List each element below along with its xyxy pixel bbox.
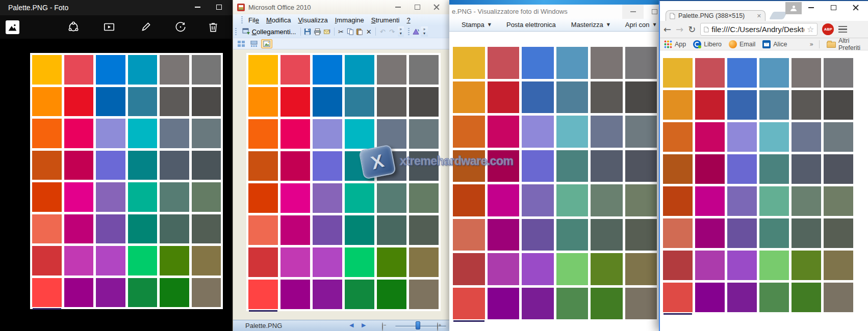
- bookmark-alice[interactable]: Alice: [762, 40, 787, 48]
- color-swatch: [453, 81, 485, 114]
- color-swatch: [522, 116, 554, 148]
- color-swatch: [313, 151, 342, 181]
- menu-help[interactable]: ?: [403, 15, 414, 25]
- reload-button[interactable]: ↻: [688, 24, 696, 35]
- color-swatch: [280, 183, 310, 213]
- redo-button[interactable]: ↷: [388, 27, 395, 36]
- color-swatch: [759, 58, 789, 88]
- browser-tab[interactable]: Palette.PNG (388×515) ✕: [666, 10, 765, 21]
- next-picture-button[interactable]: ▶: [362, 322, 366, 328]
- color-swatch: [345, 215, 374, 245]
- bookmark-email[interactable]: Email: [729, 40, 755, 48]
- delete-button[interactable]: ✕: [365, 27, 372, 36]
- color-swatch: [409, 119, 439, 149]
- bookmark-libero[interactable]: Libero: [693, 40, 722, 48]
- previous-picture-button[interactable]: ◀: [349, 322, 353, 328]
- toolbar-item-apri-con[interactable]: Apri con▼: [625, 21, 656, 29]
- maximize-button[interactable]: [822, 1, 845, 14]
- color-swatch: [32, 151, 62, 180]
- toolbar-item-masterizza[interactable]: Masterizza▼: [571, 21, 610, 29]
- forward-button[interactable]: →: [676, 24, 683, 35]
- mail-attach-button[interactable]: [323, 27, 331, 36]
- slideshow-button[interactable]: [102, 20, 116, 34]
- adblock-plus-icon[interactable]: ABP: [822, 23, 834, 35]
- window-photo-viewer: e.PNG - Visualizzatore foto di Windows S…: [449, 0, 659, 331]
- toolbar-item-stampa[interactable]: Stampa▼: [462, 21, 491, 29]
- color-swatch: [727, 122, 757, 152]
- color-swatch: [377, 87, 406, 117]
- delete-button[interactable]: [206, 20, 220, 34]
- save-button[interactable]: [304, 27, 311, 36]
- color-swatch: [313, 55, 342, 85]
- new-tab-button[interactable]: [769, 12, 787, 19]
- bookmark-altri-preferiti[interactable]: Altri Preferiti: [827, 37, 860, 51]
- paste-button[interactable]: [356, 27, 363, 36]
- thumbnail-view-button[interactable]: [236, 39, 247, 48]
- color-swatch: [313, 119, 342, 149]
- color-swatch: [64, 246, 94, 275]
- zoom-in-icon[interactable]: [437, 322, 438, 331]
- maximize-icon: [652, 9, 657, 14]
- zoom-slider-track[interactable]: [395, 325, 446, 327]
- separator: [334, 27, 335, 36]
- close-button[interactable]: [427, 0, 446, 14]
- menu-modifica[interactable]: Modifica: [263, 15, 294, 25]
- address-bar[interactable]: file:///C:/Users/Andry/Deskto ☆: [700, 23, 818, 36]
- share-button[interactable]: [66, 20, 81, 34]
- edit-pencil-icon: [139, 20, 152, 34]
- color-swatch: [377, 119, 406, 149]
- toolbar-overflow-button[interactable]: »▾: [398, 26, 404, 37]
- color-swatch: [625, 253, 657, 285]
- menu-immagine[interactable]: Immagine: [331, 15, 368, 25]
- maximize-button[interactable]: [407, 0, 427, 14]
- separator: [375, 27, 376, 36]
- close-tab-icon[interactable]: ✕: [757, 13, 761, 19]
- color-swatch: [160, 278, 189, 308]
- see-all-photos-button[interactable]: [5, 20, 19, 34]
- edit-button[interactable]: [139, 20, 153, 34]
- copy-button[interactable]: [347, 27, 354, 36]
- edit-pictures-button[interactable]: [412, 27, 420, 36]
- menu-visualizza[interactable]: Visualizza: [294, 15, 331, 25]
- minimize-button[interactable]: [187, 0, 208, 14]
- color-swatch: [792, 218, 821, 248]
- back-button[interactable]: ←: [663, 24, 671, 35]
- color-swatch: [727, 186, 757, 216]
- bookmark-app[interactable]: App: [664, 40, 686, 48]
- print-button[interactable]: [314, 27, 321, 36]
- minimize-button[interactable]: [388, 0, 407, 14]
- maximize-button[interactable]: [208, 0, 229, 14]
- viewer-title: e.PNG - Visualizzatore foto di Windows: [452, 8, 568, 15]
- color-swatch: [64, 214, 94, 244]
- collegamenti-button[interactable]: Collegamenti...: [241, 26, 298, 37]
- chevron-down-icon: ▼: [653, 22, 656, 27]
- color-swatch: [64, 55, 94, 85]
- menu-strumenti[interactable]: Strumenti: [368, 15, 403, 25]
- single-picture-view-button[interactable]: [261, 39, 272, 48]
- bookmarks-overflow-chevron[interactable]: »: [809, 41, 813, 47]
- menu-file[interactable]: File: [245, 15, 263, 25]
- cut-button[interactable]: ✂: [337, 27, 344, 36]
- bookmark-star-icon[interactable]: ☆: [807, 25, 814, 34]
- paste-icon: [356, 28, 363, 35]
- toolbar-item-posta-elettronica[interactable]: Posta elettronica: [506, 21, 556, 29]
- minimize-icon: [808, 7, 814, 8]
- minimize-button[interactable]: [800, 1, 822, 14]
- color-swatch: [64, 278, 94, 308]
- bookmark-label: App: [675, 41, 686, 48]
- maximize-button[interactable]: [644, 5, 659, 19]
- minimize-button[interactable]: [622, 5, 644, 19]
- color-swatch: [248, 183, 278, 213]
- color-swatch: [663, 186, 693, 216]
- undo-button[interactable]: ↶: [379, 27, 386, 36]
- filmstrip-view-button[interactable]: [248, 39, 260, 48]
- color-swatch: [128, 278, 158, 308]
- zoom-out-icon[interactable]: [382, 322, 383, 331]
- menu-button[interactable]: [838, 26, 847, 33]
- rotate-button[interactable]: [173, 20, 188, 34]
- toolbar-overflow-button[interactable]: »▾: [421, 26, 428, 37]
- close-button[interactable]: [845, 1, 867, 14]
- color-swatch: [128, 55, 158, 85]
- zoom-slider-handle[interactable]: [416, 321, 420, 329]
- color-swatch: [32, 87, 62, 117]
